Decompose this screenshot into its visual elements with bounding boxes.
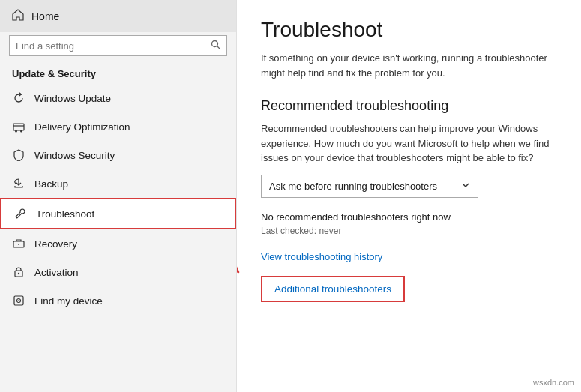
backup-icon	[12, 177, 25, 190]
svg-point-11	[18, 300, 19, 301]
activation-icon	[12, 265, 25, 279]
sidebar: Home Update & Security Windows Update	[0, 0, 237, 392]
sidebar-item-label: Windows Security	[34, 150, 115, 161]
svg-point-4	[20, 130, 22, 133]
recovery-icon	[12, 237, 25, 250]
svg-point-8	[18, 273, 19, 274]
no-rec-text: No recommended troubleshooters right now	[261, 211, 557, 223]
refresh-icon	[12, 91, 25, 105]
additional-troubleshooters-button[interactable]: Additional troubleshooters	[261, 276, 405, 302]
sidebar-item-home[interactable]: Home	[0, 0, 236, 32]
page-title: Troubleshoot	[261, 18, 557, 42]
delivery-icon	[12, 120, 25, 133]
arrow-container: Additional troubleshooters	[261, 276, 557, 302]
sidebar-item-label: Backup	[34, 178, 68, 190]
svg-rect-2	[13, 124, 24, 130]
view-history-link[interactable]: View troubleshooting history	[261, 251, 557, 262]
search-icon	[211, 40, 220, 52]
sidebar-item-label: Delivery Optimization	[34, 121, 130, 133]
svg-point-3	[15, 130, 17, 133]
sidebar-item-label: Find my device	[34, 295, 103, 307]
svg-point-0	[212, 41, 218, 47]
sidebar-item-label: Recovery	[34, 238, 77, 250]
sidebar-item-delivery-optimization[interactable]: Delivery Optimization	[0, 112, 236, 141]
main-content: Troubleshoot If something on your device…	[237, 0, 581, 392]
home-icon	[12, 9, 24, 23]
svg-line-1	[217, 46, 220, 49]
troubleshoot-dropdown[interactable]: Ask me before running troubleshooters	[261, 175, 478, 198]
sidebar-item-find-my-device[interactable]: Find my device	[0, 286, 236, 315]
sidebar-item-backup[interactable]: Backup	[0, 169, 236, 198]
section-header: Update & Security	[0, 62, 236, 84]
sidebar-item-label: Windows Update	[34, 93, 111, 104]
chevron-down-icon	[461, 181, 470, 192]
shield-icon	[12, 148, 25, 162]
sidebar-item-windows-update[interactable]: Windows Update	[0, 84, 236, 112]
sidebar-item-label: Troubleshoot	[36, 208, 94, 220]
wrench-icon	[13, 207, 27, 220]
search-input[interactable]	[16, 40, 206, 52]
sidebar-item-windows-security[interactable]: Windows Security	[0, 141, 236, 169]
sidebar-item-label: Activation	[34, 267, 79, 278]
intro-text: If something on your device isn't workin…	[261, 51, 557, 80]
sidebar-item-troubleshoot[interactable]: Troubleshoot	[0, 198, 236, 229]
last-checked-text: Last checked: never	[261, 226, 557, 236]
rec-desc: Recommended troubleshooters can help imp…	[261, 121, 557, 166]
rec-section-title: Recommended troubleshooting	[261, 98, 557, 114]
home-label: Home	[31, 10, 59, 22]
watermark: wsxdn.com	[531, 377, 577, 388]
device-icon	[12, 294, 25, 307]
dropdown-value: Ask me before running troubleshooters	[269, 181, 437, 192]
sidebar-item-activation[interactable]: Activation	[0, 258, 236, 286]
sidebar-item-recovery[interactable]: Recovery	[0, 229, 236, 258]
search-box[interactable]	[9, 35, 227, 56]
